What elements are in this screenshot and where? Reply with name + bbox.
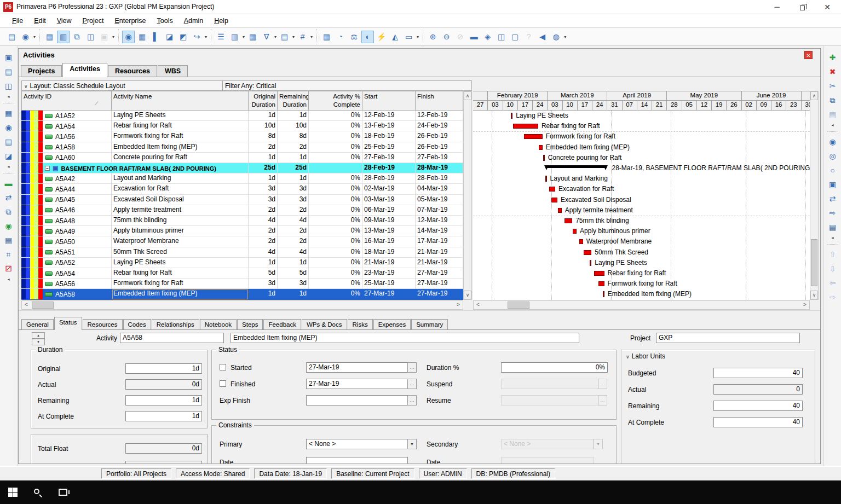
labor-remaining-field[interactable]: 40 [713, 401, 803, 411]
column-header-start[interactable]: Start [362, 91, 416, 111]
table-row[interactable]: A5A44Excavation for Raft3d3d0%02-Mar-190… [21, 184, 463, 194]
scroll-down-icon[interactable]: ∨ [464, 291, 471, 299]
columns-icon[interactable]: ▥ [228, 31, 241, 43]
close-project-icon[interactable]: ◫ [2, 79, 15, 92]
table-row[interactable]: A1A54Rebar fixing for Raft10d10d0%13-Feb… [21, 121, 463, 131]
table-row[interactable]: A5A42Layout and Marking1d1d0%28-Feb-1928… [21, 173, 463, 184]
assign-resource-by-role-icon[interactable]: ◎ [826, 149, 839, 163]
activity-name-cell[interactable]: Laying PE Sheets [112, 111, 249, 121]
activity-name-cell[interactable]: Layout and Marking [112, 173, 249, 184]
duration-actual-field[interactable]: 0d [125, 379, 202, 390]
activity-name-cell[interactable]: Apply termite treatment [112, 205, 249, 216]
split-horizontal-icon[interactable]: ▬ [468, 31, 480, 43]
wbs-window-icon[interactable]: ▤ [2, 135, 15, 148]
activity-name-cell[interactable]: 75mm thk blinding [112, 216, 249, 226]
gantt-chart-view-icon[interactable]: ▥ [57, 31, 70, 43]
dock-caret-1-icon[interactable]: ◂ [7, 94, 9, 99]
table-row-group[interactable]: −▣BASEMENT FLOOR RAFT/RAM SLAB( 2ND POUR… [21, 163, 463, 173]
activity-id-field[interactable]: A5A58 [120, 333, 224, 343]
table-row[interactable]: A5A5150mm Thk Screed4d4d0%18-Mar-1921-Ma… [21, 247, 463, 258]
column-header-activity-name[interactable]: Activity Name [112, 91, 249, 111]
primary-date-field[interactable] [306, 457, 408, 464]
activity-bar[interactable] [573, 229, 577, 234]
activity-bar[interactable] [549, 187, 555, 192]
activity-name-cell[interactable]: Excavation for Raft [112, 184, 249, 194]
search-details-icon[interactable]: ◉ [122, 31, 135, 43]
minimize-button[interactable]: ─ [764, 0, 790, 14]
activity-bar[interactable] [603, 291, 604, 297]
activity-bar[interactable] [524, 134, 543, 139]
whats-new-icon[interactable]: ◀ [536, 31, 549, 43]
add-icon[interactable]: ✚ [826, 51, 839, 64]
tools-dropdown-icon[interactable]: ▾ [417, 34, 419, 39]
scroll-left-icon[interactable]: < [474, 301, 482, 309]
menu-help[interactable]: Help [209, 15, 234, 26]
duration--field[interactable]: 0% [501, 362, 608, 373]
scrollbar-thumb[interactable] [508, 302, 529, 309]
assign-notebook-icon[interactable]: ▤ [826, 221, 839, 234]
total-float-field[interactable]: 0d [125, 443, 202, 454]
activity-table-icon[interactable]: ▦ [136, 31, 148, 43]
scroll-right-icon[interactable]: > [800, 301, 809, 309]
profile-dropdown-icon[interactable]: ▾ [205, 34, 207, 39]
monitor-screen-icon[interactable]: ▭ [402, 31, 415, 43]
tab-wbs[interactable]: WBS [158, 65, 188, 77]
details-tab-relationships[interactable]: Relationships [152, 319, 199, 330]
scroll-up-icon[interactable]: ∧ [464, 91, 471, 100]
activity-bar[interactable] [539, 145, 543, 150]
menu-enterprise[interactable]: Enterprise [110, 15, 152, 26]
scroll-down-icon[interactable]: ∨ [810, 291, 818, 299]
activity-bar[interactable] [579, 239, 583, 244]
table-row[interactable]: A5A58Embedded Item fixing (MEP)1d1d0%27-… [21, 289, 463, 299]
layout-options-icon[interactable]: ▤ [278, 31, 291, 43]
assign-predecessor-icon[interactable]: ⇄ [826, 192, 839, 205]
table-row[interactable]: A1A52Laying PE Sheets1d1d0%12-Feb-1912-F… [21, 111, 463, 121]
exp-finish-field[interactable] [306, 395, 408, 405]
delete-icon[interactable]: ✖ [826, 65, 839, 78]
resource-assignments-icon[interactable]: ◉ [2, 219, 15, 233]
activity-name-cell[interactable]: Laying PE Sheets [112, 258, 249, 268]
menu-file[interactable]: File [7, 15, 28, 26]
wbs-chart-icon[interactable]: ⧉ [2, 205, 15, 218]
timescale-icon[interactable]: ▦ [246, 31, 259, 43]
table-row[interactable]: A1A56Formwork fixing for Raft8d8d0%18-Fe… [21, 131, 463, 142]
column-header-original-duration[interactable]: OriginalDuration [249, 91, 278, 111]
activity-name-cell[interactable]: Embedded Item fixing (MEP) [112, 142, 249, 153]
scroll-left-icon[interactable]: < [22, 301, 31, 309]
activity-name-cell[interactable]: Waterproof Membrane [112, 236, 249, 247]
top-down-estimation-icon[interactable]: ⌗ [2, 248, 15, 261]
tracking-window-icon[interactable]: ◪ [2, 149, 15, 163]
print-preview-icon[interactable]: ◉ [19, 31, 32, 43]
details-tab-feedback[interactable]: Feedback [263, 319, 301, 330]
menu-view[interactable]: View [51, 15, 77, 26]
columns-dropdown-icon[interactable]: ▾ [243, 34, 245, 39]
column-header-remaining-duration[interactable]: RemainingDuration [278, 91, 309, 111]
details-tab-risks[interactable]: Risks [348, 319, 373, 330]
focus-icon[interactable]: ◈ [481, 31, 494, 43]
assign-role-icon[interactable]: ○ [826, 164, 839, 177]
activity-bar[interactable] [513, 124, 538, 129]
resource-usage-profile-icon[interactable]: ◩ [177, 31, 189, 43]
activity-usage-profile-icon[interactable]: ◪ [163, 31, 176, 43]
finished-field[interactable]: 27-Mar-19 [306, 379, 408, 389]
column-header-activity-id[interactable]: Activity ID⟋ [21, 91, 112, 111]
zoom-out-icon[interactable]: ⊖ [440, 31, 453, 43]
print-dropdown-icon[interactable]: ▾ [33, 34, 36, 39]
started-checkbox[interactable] [220, 364, 226, 370]
layout-bar[interactable]: ∨Layout: Classic Schedule Layout [21, 80, 222, 91]
taskbar-search-button[interactable] [25, 480, 50, 504]
details-tab-codes[interactable]: Codes [123, 319, 151, 330]
started-field[interactable]: 27-Mar-19 [306, 362, 408, 373]
activities-close-icon[interactable]: ✕ [804, 51, 813, 59]
level-resources-icon[interactable]: ⚖ [348, 31, 360, 43]
activity-name-cell[interactable]: Embedded Item fixing (MEP) [112, 289, 249, 299]
details-tab-status[interactable]: Status [54, 317, 82, 330]
menu-project[interactable]: Project [77, 15, 110, 26]
details-tab-expenses[interactable]: Expenses [373, 319, 411, 330]
layout-dropdown-icon[interactable]: ▾ [292, 34, 295, 39]
activity-bar[interactable] [558, 208, 562, 213]
date-picker-icon[interactable]: … [407, 395, 417, 405]
finished-checkbox[interactable] [220, 380, 226, 387]
project-field[interactable]: GXP [656, 333, 800, 343]
gantt-horizontal-scrollbar[interactable]: < > [473, 300, 810, 310]
